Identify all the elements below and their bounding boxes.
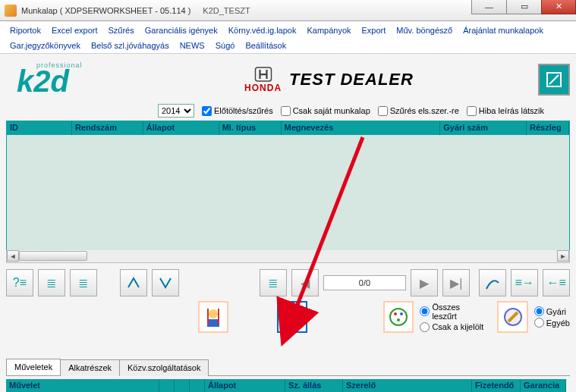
filter-row: 2014 Előtöltés/szűrés Csak saját munkala… — [158, 104, 570, 118]
menubar: Riportok Excel export Szűrés Garanciális… — [0, 21, 576, 54]
radio-selected[interactable] — [420, 322, 430, 332]
tool-b-button[interactable]: ≡→ — [511, 269, 538, 296]
honda-h-icon — [252, 66, 275, 83]
svg-point-7 — [400, 312, 403, 315]
close-button[interactable]: ✕ — [541, 0, 576, 14]
titlebar: Munkalap ( XDPSERWORKSHEET - 05.114 ) K2… — [0, 0, 576, 21]
grid-col-header[interactable]: Megnevezés — [282, 121, 441, 135]
menu-sugo[interactable]: Súgó — [210, 38, 241, 53]
tabgrid-col-header[interactable] — [159, 379, 175, 392]
radio-gyari[interactable] — [534, 306, 544, 316]
user-button[interactable] — [198, 301, 228, 333]
svg-point-6 — [394, 312, 397, 315]
sort-desc-button[interactable] — [152, 269, 179, 296]
window-title: Munkalap ( XDPSERWORKSHEET - 05.114 ) — [21, 6, 190, 15]
highlighted-action-button[interactable] — [277, 301, 307, 333]
filter-scope-radiogroup: Összes leszűrt Csak a kijelölt — [420, 303, 483, 332]
last-button[interactable]: ▶| — [442, 269, 470, 296]
grid-col-header[interactable]: Részleg — [527, 121, 569, 135]
menu-riportok[interactable]: Riportok — [5, 23, 46, 38]
tabgrid-col-header[interactable]: Sz. állás — [285, 379, 343, 392]
align-button[interactable]: ≣ — [260, 269, 287, 296]
menu-arajanlat[interactable]: Árajánlat munkalapok — [458, 23, 549, 38]
next-button[interactable]: ▶ — [411, 269, 438, 296]
scroll-left-icon[interactable]: ◄ — [7, 250, 19, 262]
menu-excel-export[interactable]: Excel export — [46, 23, 103, 38]
menu-garancialis[interactable]: Garanciális igények — [140, 23, 223, 38]
menu-szures[interactable]: Szűrés — [103, 23, 140, 38]
dealer-name: TEST DEALER — [289, 70, 414, 89]
radio-egyeb[interactable] — [534, 318, 544, 328]
grid-col-header[interactable]: Ml. típus — [219, 121, 282, 135]
menu-garjegyzo[interactable]: Gar.jegyzőkönyvek — [5, 38, 86, 53]
tabgrid-col-header[interactable] — [175, 379, 190, 392]
menu-kampanyok[interactable]: Kampányok — [301, 23, 356, 38]
tool-c-button[interactable]: ←≡ — [543, 269, 570, 296]
menu-beallitasok[interactable]: Beállítások — [240, 38, 291, 53]
prefill-checkbox[interactable] — [202, 106, 212, 116]
manufacturer-label: HONDA — [244, 83, 282, 93]
detail-tabs: Műveletek Alkatrészek Közv.szolgáltatáso… — [6, 359, 570, 392]
tabgrid-col-header[interactable]: Fizetendő — [472, 379, 521, 392]
manufacturer-badge: HONDA — [244, 66, 282, 93]
toolbar-row-1: ?≡ ≣ ≣ ≣ ◀ 0/0 ▶ ▶| ≡→ ←≡ — [6, 269, 570, 296]
filtered-checkbox[interactable] — [378, 106, 388, 116]
first-button[interactable]: ◀ — [291, 269, 319, 296]
tabgrid-col-header[interactable]: Szerelő — [343, 379, 472, 392]
type-radiogroup: Gyári Egyéb — [534, 306, 570, 328]
sort-asc-button[interactable] — [120, 269, 147, 296]
radio-egyeb-label: Egyéb — [546, 318, 570, 328]
menu-kornyved[interactable]: Körny.véd.ig.lapok — [223, 23, 302, 38]
tabgrid-col-header[interactable]: Állapot — [205, 379, 285, 392]
errdesc-label: Hiba leírás látszik — [479, 106, 544, 115]
menu-export[interactable]: Export — [357, 23, 392, 38]
worksheet-grid[interactable]: IDRendszámÁllapotMl. típusMegnevezésGyár… — [6, 121, 570, 251]
palette-button[interactable] — [383, 301, 414, 333]
help-button[interactable]: ?≡ — [6, 269, 33, 296]
list2-button[interactable]: ≣ — [70, 269, 97, 296]
filtered-label: Szűrés els.szer.-re — [390, 106, 459, 115]
tool-a-button[interactable] — [479, 269, 506, 296]
tab-muveletek[interactable]: Műveletek — [6, 359, 61, 375]
scroll-thumb[interactable] — [19, 251, 87, 261]
radio-selected-label: Csak a kijelölt — [432, 322, 483, 331]
radio-all-label: Összes leszűrt — [432, 303, 483, 321]
menu-news[interactable]: NEWS — [175, 38, 210, 53]
paint-button[interactable] — [497, 301, 527, 333]
svg-point-2 — [209, 309, 218, 318]
toolbar-row-2: Összes leszűrt Csak a kijelölt Gyári Egy… — [6, 301, 570, 333]
own-label: Csak saját munkalap — [293, 106, 370, 115]
app-icon — [5, 5, 17, 17]
grid-col-header[interactable]: Gyári szám — [440, 121, 527, 135]
year-select[interactable]: 2014 — [158, 104, 194, 118]
window-subtitle: K2D_TESZT — [203, 6, 250, 15]
list-button[interactable]: ≣ — [38, 269, 65, 296]
menu-muv-bongeszo[interactable]: Műv. böngésző — [391, 23, 458, 38]
radio-gyari-label: Gyári — [546, 307, 566, 316]
own-checkbox[interactable] — [281, 106, 291, 116]
svg-rect-3 — [207, 319, 219, 327]
pager-display: 0/0 — [323, 275, 407, 290]
edit-worksheet-button[interactable] — [538, 64, 570, 96]
tabgrid-col-header[interactable]: Művelet — [6, 379, 159, 392]
tab-kozv[interactable]: Közv.szolgáltatások — [119, 359, 209, 376]
tabgrid-col-header[interactable] — [190, 379, 205, 392]
tab-alkatreszek[interactable]: Alkatrészek — [60, 359, 120, 376]
client-area: professional k2d HONDA TEST DEALER 2014 … — [0, 54, 576, 392]
grid-col-header[interactable]: Rendszám — [72, 121, 143, 135]
svg-point-8 — [397, 318, 400, 321]
prefill-label: Előtöltés/szűrés — [214, 106, 273, 115]
svg-point-5 — [390, 309, 407, 325]
minimize-button[interactable]: — — [471, 0, 506, 14]
grid-col-header[interactable]: Állapot — [143, 121, 219, 135]
logo-brand: k2d — [17, 64, 69, 99]
grid-hscrollbar[interactable]: ◄ ► — [6, 250, 570, 263]
menu-belso-szl[interactable]: Belső szl.jóváhagyás — [86, 38, 175, 53]
maximize-button[interactable]: ▭ — [506, 0, 541, 14]
grid-col-header[interactable]: ID — [7, 121, 72, 135]
logo-k2d: professional k2d — [6, 61, 120, 98]
scroll-right-icon[interactable]: ► — [557, 250, 569, 262]
radio-all[interactable] — [420, 306, 430, 316]
tabgrid-col-header[interactable]: Garancia — [521, 379, 566, 392]
errdesc-checkbox[interactable] — [467, 106, 477, 116]
